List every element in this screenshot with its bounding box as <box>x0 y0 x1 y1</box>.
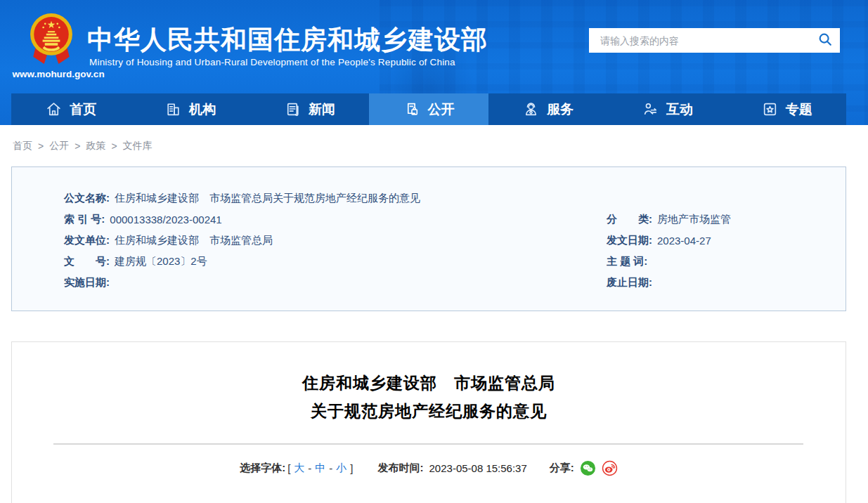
article-meta-row: 选择字体: [ 大 - 中 - 小 ] 发布时间: 2023-05-08 15:… <box>12 460 846 476</box>
nav-item-label: 公开 <box>428 100 455 119</box>
nav-item-organization[interactable]: 机构 <box>131 93 250 125</box>
interaction-icon <box>642 100 659 118</box>
search-icon <box>817 32 833 49</box>
bracket-close: ] <box>350 462 353 474</box>
search-input[interactable] <box>589 28 810 53</box>
breadcrumb-disclosure[interactable]: 公开 <box>49 140 69 152</box>
breadcrumb-separator: > <box>111 141 117 152</box>
share-label: 分享: <box>550 462 574 475</box>
weibo-icon[interactable] <box>602 460 618 476</box>
organization-icon <box>164 100 182 118</box>
nav-item-label: 服务 <box>547 100 574 119</box>
doc-issuer-value: 住房和城乡建设部 市场监管总局 <box>115 234 273 247</box>
font-size-medium[interactable]: 中 <box>315 462 325 475</box>
topics-icon <box>761 100 779 118</box>
home-icon <box>45 100 63 118</box>
doc-issuer-label: 发文单位: <box>64 234 110 247</box>
nav-item-home[interactable]: 首页 <box>11 93 131 125</box>
nav-item-label: 首页 <box>70 100 96 119</box>
site-header: www.mohurd.gov.cn 中华人民共和国住房和城乡建设部 Minist… <box>0 0 868 125</box>
breadcrumb-separator: > <box>38 141 44 152</box>
article-card: 住房和城乡建设部 市场监管总局 关于规范房地产经纪服务的意见 选择字体: [ 大… <box>11 341 846 503</box>
nav-item-news[interactable]: 新闻 <box>250 93 369 125</box>
site-title: 中华人民共和国住房和城乡建设部 <box>87 22 488 58</box>
dash: - <box>308 462 311 474</box>
meta-row-docno-subject: 文 号: 建房规〔2023〕2号 主 题 词: <box>64 251 846 272</box>
article-title-line1: 住房和城乡建设部 市场监管总局 <box>12 369 846 397</box>
doc-category-value: 房地产市场监管 <box>657 213 731 226</box>
article-title-line2: 关于规范房地产经纪服务的意见 <box>12 397 846 425</box>
national-emblem-icon <box>28 11 75 66</box>
site-subtitle: Ministry of Housing and Urban-Rural Deve… <box>89 57 455 67</box>
dash: - <box>329 462 332 474</box>
search-button[interactable] <box>810 28 840 53</box>
doc-index-label: 索 引 号: <box>64 213 105 226</box>
publish-time-value: 2023-05-08 15:56:37 <box>429 462 527 474</box>
nav-item-service[interactable]: 服务 <box>488 93 608 125</box>
nav-item-interaction[interactable]: 互动 <box>608 93 727 125</box>
meta-row-index-category: 索 引 号: 000013338/2023-00241 分 类: 房地产市场监管 <box>64 209 846 230</box>
disclosure-icon <box>403 100 421 118</box>
meta-row-name: 公文名称: 住房和城乡建设部 市场监管总局关于规范房地产经纪服务的意见 <box>64 188 846 209</box>
share-group: 分享: <box>550 460 618 476</box>
bracket-open: [ <box>287 462 290 474</box>
wechat-icon[interactable] <box>580 460 596 476</box>
doc-index-value: 000013338/2023-00241 <box>110 214 221 226</box>
breadcrumb-separator: > <box>75 141 80 152</box>
nav-item-topics[interactable]: 专题 <box>727 93 846 125</box>
site-url: www.mohurd.gov.cn <box>6 69 111 79</box>
doc-name-value: 住房和城乡建设部 市场监管总局关于规范房地产经纪服务的意见 <box>115 192 420 205</box>
doc-category-label: 分 类: <box>607 213 652 226</box>
article-title: 住房和城乡建设部 市场监管总局 关于规范房地产经纪服务的意见 <box>12 369 846 425</box>
doc-issue-date-label: 发文日期: <box>607 234 652 247</box>
font-size-small[interactable]: 小 <box>336 462 346 475</box>
search-box <box>589 28 840 53</box>
doc-subject-label: 主 题 词: <box>607 255 647 268</box>
breadcrumb: 首页 > 公开 > 政策 > 文件库 <box>13 140 868 152</box>
font-size-label: 选择字体: <box>240 462 285 475</box>
title-divider <box>53 443 803 445</box>
news-icon <box>284 100 302 118</box>
nav-item-disclosure[interactable]: 公开 <box>369 93 488 125</box>
publish-time-label: 发布时间: <box>378 462 424 475</box>
font-size-large[interactable]: 大 <box>294 462 304 475</box>
breadcrumb-current: 文件库 <box>123 140 153 152</box>
meta-row-effective-repeal: 实施日期: 废止日期: <box>64 272 846 293</box>
meta-row-issuer-date: 发文单位: 住房和城乡建设部 市场监管总局 发文日期: 2023-04-27 <box>64 230 846 251</box>
nav-item-label: 机构 <box>189 100 216 119</box>
nav-item-label: 新闻 <box>309 100 335 119</box>
nav-item-label: 专题 <box>786 100 812 119</box>
font-size-selector: 选择字体: [ 大 - 中 - 小 ] <box>240 462 355 475</box>
doc-issue-date-value: 2023-04-27 <box>657 235 711 247</box>
service-icon <box>522 100 540 118</box>
doc-effective-label: 实施日期: <box>64 276 110 289</box>
publish-time-group: 发布时间: 2023-05-08 15:56:37 <box>378 462 527 475</box>
main-nav: 首页 机构 新闻 <box>11 93 846 125</box>
nav-item-label: 互动 <box>666 100 693 119</box>
doc-number-label: 文 号: <box>64 255 110 268</box>
breadcrumb-policy[interactable]: 政策 <box>86 140 105 152</box>
doc-name-label: 公文名称: <box>64 192 110 205</box>
doc-repeal-label: 废止日期: <box>607 276 652 289</box>
doc-number-value: 建房规〔2023〕2号 <box>115 255 207 268</box>
document-meta-card: 公文名称: 住房和城乡建设部 市场监管总局关于规范房地产经纪服务的意见 索 引 … <box>11 166 846 311</box>
breadcrumb-home[interactable]: 首页 <box>13 140 32 152</box>
